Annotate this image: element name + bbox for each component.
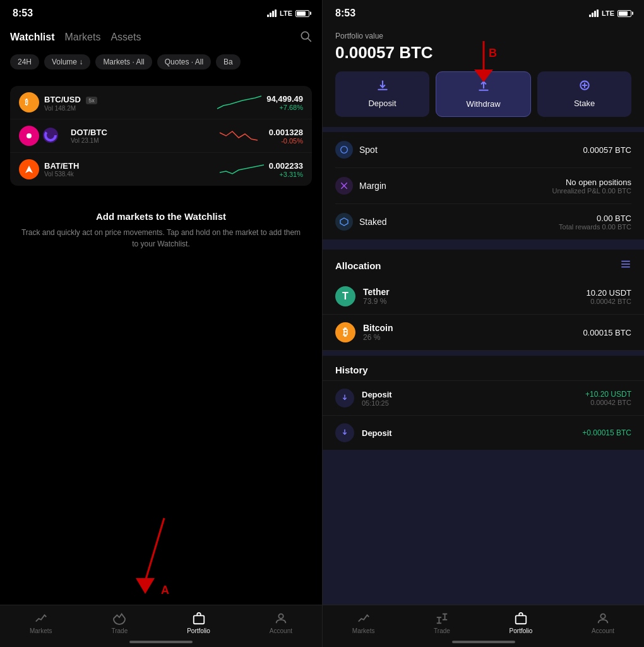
- arrow-a: A: [126, 512, 177, 603]
- nav-account-left[interactable]: Account: [270, 612, 292, 634]
- home-indicator-right: [452, 641, 515, 643]
- spot-right: 0.00057 BTC: [583, 145, 631, 155]
- stake-btn[interactable]: Stake: [537, 71, 631, 117]
- margin-right: No open positions Unrealized P&L 0.00 BT…: [552, 178, 631, 195]
- staked-sub: Total rewards 0.00 BTC: [559, 223, 631, 231]
- bitcoin-pct: 26 %: [363, 333, 575, 342]
- hist-value-2: +0.00015 BTC: [582, 428, 631, 437]
- staked-right: 0.00 BTC Total rewards 0.00 BTC: [559, 214, 631, 231]
- history-header: History: [323, 356, 644, 380]
- market-row-dot[interactable]: DOT/BTC Vol 23.1M 0.001328 -0.05%: [10, 119, 312, 153]
- watchlist-empty: Add markets to the Watchlist Track and q…: [0, 198, 322, 262]
- nav-trade-left[interactable]: Trade: [111, 612, 128, 634]
- svg-point-30: [600, 614, 605, 619]
- right-phone: 8:53 LTE B Portfolio value 0.00057 BTC: [322, 0, 644, 647]
- alloc-bitcoin: ₿ Bitcoin 26 % 0.00015 BTC: [323, 315, 644, 351]
- nav-account-right[interactable]: Account: [592, 612, 614, 634]
- deposit-icon-2: [335, 423, 354, 442]
- trade-icon-right: [435, 612, 449, 626]
- hist-time-1: 05:10:25: [362, 399, 578, 407]
- portfolio-icon-right: [514, 612, 528, 626]
- signal-bars-right: [589, 9, 599, 17]
- market-preview: ₿ BTC/USD 5x Vol 148.2M 94,499.49 +7.68%: [10, 86, 312, 186]
- spot-row: Spot 0.00057 BTC: [335, 132, 631, 168]
- svg-point-10: [278, 614, 283, 619]
- watchlist-empty-title: Add markets to the Watchlist: [19, 211, 303, 222]
- lte-label-right: LTE: [602, 9, 614, 17]
- tether-info: Tether 73.9 %: [363, 287, 578, 306]
- nav-markets-label-left: Markets: [30, 627, 52, 634]
- signal-bars-left: [267, 9, 277, 17]
- hist-main-2: +0.00015 BTC: [582, 428, 631, 437]
- nav-markets-left[interactable]: Markets: [30, 612, 52, 634]
- dot-change: -0.05%: [269, 137, 303, 145]
- deposit-icon-1: [335, 389, 354, 408]
- nav-markets-right[interactable]: Markets: [352, 612, 375, 634]
- nav-portfolio-label-left: Portfolio: [187, 627, 210, 634]
- btc-price-val: 94,499.49: [266, 94, 303, 104]
- chip-volume[interactable]: Volume ↓: [44, 54, 90, 70]
- margin-row: Margin No open positions Unrealized P&L …: [335, 168, 631, 204]
- svg-marker-7: [136, 578, 155, 594]
- staked-label: Staked: [359, 217, 387, 227]
- bitcoin-main: 0.00015 BTC: [583, 328, 631, 337]
- market-row-bat[interactable]: BAT/ETH Vol 538.4k 0.002233 +3.31%: [10, 153, 312, 186]
- margin-value: No open positions: [552, 178, 631, 187]
- nav-trade-right[interactable]: Trade: [434, 612, 450, 634]
- dot-price: 0.001328 -0.05%: [269, 128, 303, 145]
- btc-coin-icon: ₿: [19, 92, 39, 112]
- nav-trade-label-left: Trade: [111, 627, 128, 634]
- right-status-icons: LTE: [589, 9, 631, 17]
- nav-portfolio-right[interactable]: Portfolio: [510, 612, 533, 634]
- signal-bar-4: [275, 9, 277, 17]
- tether-btc: 0.00042 BTC: [586, 298, 631, 305]
- svg-marker-12: [474, 70, 493, 82]
- tab-watchlist[interactable]: Watchlist: [10, 29, 55, 45]
- deposit-btn[interactable]: Deposit: [335, 71, 429, 117]
- signal-bar-r3: [594, 11, 596, 17]
- svg-line-6: [145, 518, 164, 581]
- left-phone: 8:53 LTE Watchlist Markets Assets 24H Vo…: [0, 0, 322, 647]
- allocation-section: Allocation T Tether 73.9 % 10.20 USDT 0.…: [323, 250, 644, 351]
- btc-change: +7.68%: [266, 104, 303, 111]
- signal-bar-r2: [592, 13, 593, 17]
- tether-main: 10.20 USDT: [586, 288, 631, 298]
- deposit-icon: [376, 79, 389, 95]
- hist-label-2: Deposit: [362, 428, 575, 438]
- tether-value: 10.20 USDT 0.00042 BTC: [586, 288, 631, 305]
- tab-assets[interactable]: Assets: [110, 29, 141, 45]
- left-status-bar: 8:53 LTE: [0, 0, 322, 24]
- allocation-title: Allocation: [335, 260, 381, 271]
- spot-label: Spot: [359, 145, 378, 155]
- staked-icon: [335, 213, 353, 231]
- chip-ba[interactable]: Ba: [216, 54, 241, 70]
- btc-pair: BTC/USD: [44, 95, 81, 104]
- nav-markets-label-right: Markets: [352, 627, 375, 634]
- markets-icon-left: [34, 612, 48, 626]
- signal-bar-1: [267, 15, 269, 17]
- trade-icon-left: [112, 612, 126, 626]
- hist-value-1: +10.20 USDT 0.00042 BTC: [585, 390, 631, 406]
- svg-point-21: [341, 147, 348, 154]
- search-icon[interactable]: [299, 30, 312, 45]
- allocation-header: Allocation: [323, 250, 644, 279]
- dot-pair: DOT/BTC: [71, 128, 215, 137]
- hist-label-1: Deposit: [362, 390, 578, 399]
- account-icon-left: [274, 612, 288, 626]
- hist-main-1: +10.20 USDT: [585, 390, 631, 399]
- allocation-list-icon[interactable]: [620, 258, 631, 272]
- signal-bar-r1: [589, 15, 591, 17]
- signal-bar-r4: [597, 9, 599, 17]
- market-row-btc[interactable]: ₿ BTC/USD 5x Vol 148.2M 94,499.49 +7.68%: [10, 86, 312, 119]
- chip-quotes[interactable]: Quotes · All: [157, 54, 211, 70]
- chip-markets[interactable]: Markets · All: [95, 54, 152, 70]
- alloc-tether: T Tether 73.9 % 10.20 USDT 0.00042 BTC: [323, 279, 644, 315]
- nav-portfolio-left[interactable]: Portfolio: [187, 612, 210, 634]
- history-row-2: Deposit +0.00015 BTC: [323, 415, 644, 450]
- tab-markets[interactable]: Markets: [65, 29, 101, 45]
- nav-account-label-left: Account: [270, 627, 292, 634]
- portfolio-icon-left: [192, 612, 206, 626]
- right-status-bar: 8:53 LTE: [323, 0, 644, 24]
- dot-vol: Vol 23.1M: [71, 137, 215, 144]
- chip-24h[interactable]: 24H: [10, 54, 39, 70]
